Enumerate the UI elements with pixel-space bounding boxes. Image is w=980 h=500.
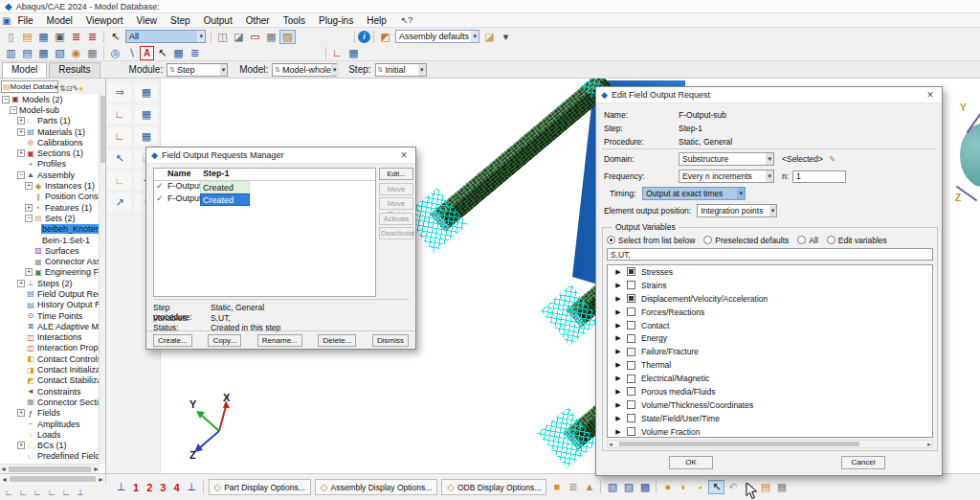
output-variable-row-volume-fraction[interactable]: ▶Volume Fraction	[608, 425, 932, 438]
checkbox[interactable]	[627, 387, 635, 396]
create-step-icon[interactable]: ⇒	[108, 83, 131, 102]
context-help-icon[interactable]: ↖?	[401, 15, 413, 25]
adaptive-mesh-cursor-icon[interactable]: ↖	[108, 149, 131, 168]
scroll-right-arrow-icon[interactable]: ►	[98, 476, 104, 483]
checkbox[interactable]	[627, 414, 635, 422]
menu-item-plug-ins[interactable]: Plug-ins	[312, 15, 360, 26]
tree-item-loads[interactable]: ↓Loads	[0, 429, 99, 440]
chevron-down-icon[interactable]: ▾	[331, 64, 339, 76]
menu-item-tools[interactable]: Tools	[277, 15, 312, 26]
tree-item-predefined-fields[interactable]: ∟Predefined Fields	[0, 451, 99, 462]
import-db-icon[interactable]: ≣	[84, 30, 100, 44]
tree-item-bein-1-set-1[interactable]: Bein-1.Set-1	[0, 235, 99, 245]
chevron-down-icon[interactable]: ▾	[220, 64, 228, 76]
requests-table[interactable]: Name Step-1 ✓F-Output-1Created✓F-Output-…	[153, 168, 376, 297]
open-folder-icon[interactable]: ▤	[19, 30, 35, 44]
radio-all[interactable]: All	[797, 235, 817, 245]
variables-expression-input[interactable]: S,UT,	[607, 248, 933, 261]
pointer-tool-icon[interactable]: ↖	[708, 480, 724, 494]
viewport-number-3[interactable]: 3	[160, 482, 166, 493]
checkbox[interactable]	[627, 307, 635, 316]
magnify-icon[interactable]: ◎	[107, 46, 123, 60]
tree-item-surfaces[interactable]: ▨Surfaces	[0, 245, 99, 256]
viewport-number-1[interactable]: 1	[133, 482, 139, 493]
radio-edit-variables[interactable]: Edit variables	[827, 235, 887, 245]
output-variable-row-porous-media-fluids[interactable]: ▶Porous media/Fluids	[608, 385, 932, 398]
text-annotation-icon[interactable]: A	[140, 46, 154, 60]
request-row-f-output-1[interactable]: ✓F-Output-1Created	[154, 181, 375, 193]
tree-item-assembly[interactable]: −▲Assembly	[0, 170, 99, 180]
scrollbar-thumb[interactable]	[619, 442, 859, 446]
tree-expander-icon[interactable]: +	[17, 409, 25, 417]
tree-item-sections-1[interactable]: +▣Sections (1)	[0, 148, 99, 158]
model-select[interactable]: ⇅ Model-whole ▾	[272, 63, 337, 77]
triad-left-icon[interactable]: ⊥	[113, 480, 129, 494]
blend-circle-icon[interactable]: ◐	[676, 480, 692, 494]
n-input[interactable]: 1	[792, 170, 846, 183]
view-orientation-2-icon[interactable]: ∟	[16, 486, 30, 500]
checkbox[interactable]	[627, 321, 635, 330]
tree-item-fields[interactable]: +ƒFields	[0, 408, 99, 419]
list-horizontal-scrollbar[interactable]: ◄ ►	[607, 440, 933, 448]
edit-mesh-block-icon[interactable]: ∟	[108, 171, 131, 190]
edit-button[interactable]: Edit...	[379, 168, 413, 180]
radio-icon[interactable]	[827, 236, 835, 244]
tree-expander-icon[interactable]: +	[25, 204, 33, 212]
tree-database-select[interactable]: ▤ Model Datab ▾	[1, 80, 58, 93]
checkbox[interactable]	[627, 361, 635, 370]
history-output-manager-icon[interactable]: ▦	[135, 127, 158, 146]
tree-item-features-1[interactable]: +▪Features (1)	[0, 202, 99, 213]
view-cut-cube-1-icon[interactable]: ▧	[604, 480, 620, 494]
chevron-down-icon[interactable]: ▾	[54, 83, 58, 90]
close-icon[interactable]: ×	[397, 148, 411, 162]
scrollbar-thumb[interactable]	[100, 96, 105, 163]
selection-filter-select[interactable]: All▾	[125, 30, 206, 43]
tree-item-bcs-1[interactable]: +∟BCs (1)	[0, 441, 99, 451]
output-variable-row-contact[interactable]: ▶Contact	[608, 319, 932, 332]
tree-item-interaction-properties[interactable]: ◫Interaction Properties	[0, 343, 99, 353]
edit-selection-pencil-icon[interactable]: ✎	[829, 154, 835, 164]
expand-arrow-icon[interactable]: ▶	[613, 388, 623, 396]
tree-item-materials-1[interactable]: +▤Materials (1)	[0, 126, 99, 137]
chevron-down-icon[interactable]: ▾	[737, 188, 745, 199]
output-variable-row-thermal[interactable]: ▶Thermal	[608, 358, 932, 372]
element-output-select[interactable]: Integration points ▾	[697, 204, 777, 217]
copy-button[interactable]: Copy...	[208, 334, 241, 347]
tree-item-position-constrain[interactable]: ∥Position Constrain	[0, 192, 99, 202]
checkbox[interactable]	[627, 334, 635, 343]
spreadsheet-icon[interactable]: ▦	[84, 46, 100, 60]
expand-arrow-icon[interactable]: ▶	[613, 308, 623, 316]
color-palette-icon[interactable]: ◩	[377, 30, 393, 44]
expand-arrow-icon[interactable]: ▶	[613, 322, 623, 330]
request-status[interactable]: Created	[200, 181, 250, 193]
tree-item-contact-initializations[interactable]: ◨Contact Initializations	[0, 364, 99, 375]
tree-bulb-icon[interactable]: ●	[78, 84, 83, 93]
copy-display-icon[interactable]: ◪	[231, 30, 247, 44]
tree-item-parts-1[interactable]: +∟Parts (1)	[0, 116, 99, 126]
menu-item-viewport[interactable]: Viewport	[79, 15, 130, 26]
tree-horizontal-scrollbar[interactable]: ◄►	[0, 464, 100, 473]
query-cursor-icon[interactable]: ↗	[108, 193, 131, 212]
tree-item-ale-adaptive-mesh-c[interactable]: ≣ALE Adaptive Mesh C	[0, 321, 99, 331]
output-variable-row-failure-fracture[interactable]: ▶Failure/Fracture	[608, 345, 932, 358]
tree-item-sets-2[interactable]: −▤Sets (2)	[0, 213, 99, 223]
expand-arrow-icon[interactable]: ▶	[613, 348, 623, 355]
expand-arrow-icon[interactable]: ▶	[613, 282, 623, 289]
triad-right-icon[interactable]: ⊥	[184, 480, 200, 494]
delete-button[interactable]: Delete...	[318, 334, 356, 347]
scrollbar-thumb[interactable]	[9, 466, 91, 472]
customize-window-icon[interactable]: ▦	[773, 480, 790, 494]
tree-expander-icon[interactable]: +	[17, 149, 25, 157]
tree-item-profiles[interactable]: +Profiles	[0, 159, 99, 170]
small-circle-icon[interactable]: ●	[692, 480, 708, 494]
output-variable-row-displacement-velocity-acceleration[interactable]: ▶Displacement/Velocity/Acceleration	[608, 292, 932, 306]
chevron-down-icon[interactable]: ▾	[418, 64, 426, 76]
view-cut-cube-3-icon[interactable]: ▩	[636, 480, 653, 494]
tree-expander-icon[interactable]: +	[25, 268, 33, 276]
pointer-icon[interactable]: ↖	[107, 30, 123, 44]
tab-results[interactable]: Results	[49, 62, 100, 78]
radio-select-from-list-below[interactable]: Select from list below	[607, 235, 695, 245]
annotation-table-icon[interactable]: ▦	[170, 46, 187, 60]
export-db-icon[interactable]: ≣	[68, 30, 84, 44]
dismiss-button[interactable]: Dismiss	[372, 334, 409, 347]
